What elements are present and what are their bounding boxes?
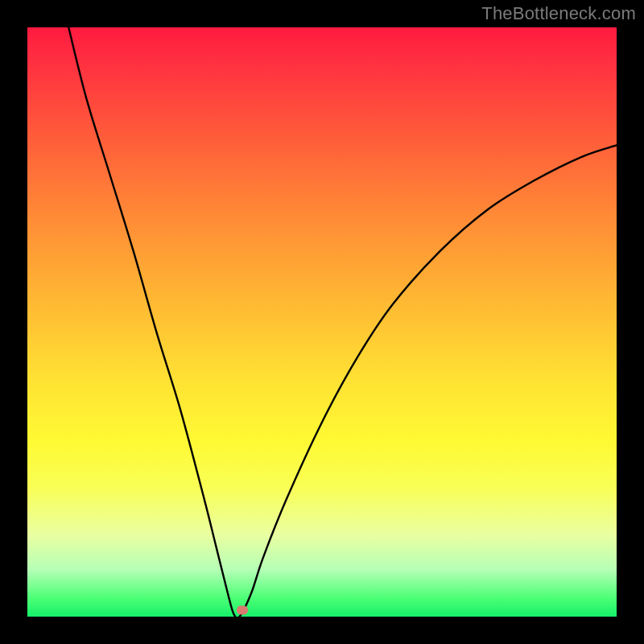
bottleneck-curve bbox=[27, 27, 617, 617]
plot-area bbox=[27, 27, 617, 617]
minimum-marker bbox=[237, 605, 248, 614]
chart-frame: TheBottleneck.com bbox=[0, 0, 644, 644]
watermark-text: TheBottleneck.com bbox=[481, 3, 636, 24]
